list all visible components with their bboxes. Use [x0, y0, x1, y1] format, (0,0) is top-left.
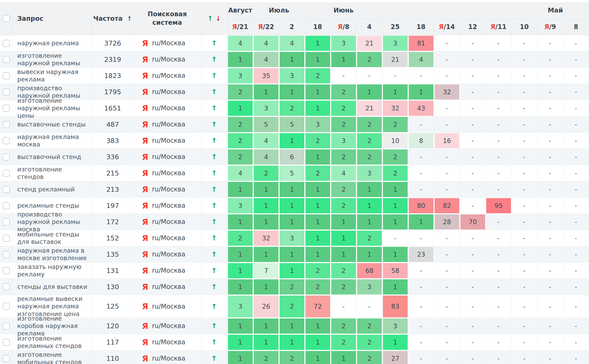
search-engine-cell: Яru/Москва: [133, 181, 201, 198]
query-text[interactable]: наружная реклама в москве изготовление: [17, 247, 88, 262]
row-checkbox[interactable]: [3, 322, 10, 330]
date-column-header[interactable]: 4: [357, 19, 382, 35]
position-cell: 80: [408, 198, 434, 214]
row-checkbox[interactable]: [3, 303, 10, 310]
query-text[interactable]: выставочный стенд: [17, 153, 81, 161]
search-engine-cell: Яru/Москва: [133, 214, 201, 230]
query-text[interactable]: изготовление стендов: [17, 166, 88, 181]
row-checkbox[interactable]: [3, 88, 10, 96]
position-cell: -: [434, 149, 460, 165]
row-checkbox[interactable]: [3, 283, 10, 291]
position-cell: -: [434, 246, 460, 263]
query-cell: выставочные стенды: [13, 116, 92, 133]
date-column-header[interactable]: 12: [460, 19, 486, 35]
query-text[interactable]: стенды для выставки: [17, 283, 87, 291]
row-checkbox[interactable]: [3, 170, 10, 177]
position-cell: 1: [382, 214, 408, 230]
position-cell: -: [460, 165, 486, 181]
yandex-icon: Я: [142, 218, 148, 226]
no-position-dash: -: [549, 121, 551, 128]
date-column-header[interactable]: 2: [279, 19, 305, 35]
yandex-update-icon: Я: [544, 23, 549, 31]
row-checkbox[interactable]: [3, 355, 10, 362]
position-cell: -: [460, 295, 486, 318]
row-checkbox-cell: [0, 165, 13, 181]
date-column-header[interactable]: Я/14: [434, 19, 460, 35]
no-position-dash: -: [497, 303, 500, 310]
date-column-header[interactable]: 8: [563, 19, 589, 35]
position-cell: 1: [408, 84, 434, 100]
position-cell: 2: [382, 116, 408, 133]
date-column-header[interactable]: Я/21: [227, 19, 253, 35]
position-cell: -: [563, 68, 589, 84]
date-column-header[interactable]: 25: [382, 19, 408, 35]
row-checkbox[interactable]: [3, 202, 10, 209]
date-column-header[interactable]: Я/11: [486, 19, 512, 35]
row-checkbox[interactable]: [3, 40, 10, 47]
no-position-dash: -: [497, 137, 500, 144]
date-column-header[interactable]: Я/8: [331, 19, 357, 35]
row-checkbox[interactable]: [3, 218, 10, 226]
query-cell: стенд рекламный: [13, 181, 92, 198]
position-cell: -: [537, 116, 563, 133]
region-label: ru/Москва: [152, 338, 185, 346]
position-cell: -: [563, 279, 589, 295]
position-cell: -: [460, 35, 486, 51]
row-checkbox[interactable]: [3, 121, 10, 128]
query-text[interactable]: мобильные стенды для выставок: [17, 231, 88, 246]
row-checkbox[interactable]: [3, 235, 10, 242]
position-cell: 2: [357, 350, 382, 364]
region-label: ru/Москва: [152, 251, 185, 258]
trend-up-arrow: ↑: [201, 295, 227, 318]
query-text[interactable]: изготовление наружной рекламы цены: [17, 97, 88, 119]
query-text[interactable]: наружная реклама москва: [17, 133, 88, 148]
row-checkbox[interactable]: [3, 339, 10, 346]
no-position-dash: -: [446, 267, 448, 274]
row-checkbox[interactable]: [3, 186, 10, 193]
row-checkbox[interactable]: [3, 72, 10, 79]
query-text[interactable]: изготовление мобильных стендов: [17, 351, 88, 364]
position-cell: -: [537, 350, 563, 364]
query-text[interactable]: стенд рекламный: [17, 186, 75, 193]
column-header-frequency[interactable]: Частота ↑: [92, 2, 133, 35]
date-column-header[interactable]: Я/9: [537, 19, 563, 35]
position-cell: -: [434, 116, 460, 133]
query-text[interactable]: производство наружной рекламы москва: [17, 211, 88, 233]
position-cell: 2: [305, 68, 331, 84]
query-text[interactable]: выставочные стенды: [17, 121, 86, 128]
position-cell: -: [563, 84, 589, 100]
row-checkbox[interactable]: [3, 251, 10, 258]
row-checkbox[interactable]: [3, 105, 10, 112]
date-column-header[interactable]: 18: [408, 19, 434, 35]
column-header-trend[interactable]: ↑ ↓: [201, 2, 227, 35]
row-checkbox-cell: [0, 149, 13, 165]
date-column-header[interactable]: 10: [512, 19, 537, 35]
query-text[interactable]: изготовление рекламных стендов: [17, 335, 88, 350]
row-checkbox[interactable]: [3, 137, 10, 144]
row-checkbox[interactable]: [3, 267, 10, 274]
date-column-header[interactable]: 18: [305, 19, 331, 35]
no-position-dash: -: [523, 56, 525, 63]
region-label: ru/Москва: [152, 137, 185, 144]
position-cell: 3: [357, 279, 382, 295]
position-cell: -: [331, 295, 357, 318]
no-position-dash: -: [549, 339, 551, 346]
no-position-dash: -: [575, 88, 577, 95]
query-text[interactable]: рекламные стенды: [17, 202, 79, 209]
no-position-dash: -: [497, 235, 500, 242]
query-text[interactable]: изготовление коробов наружная реклама: [17, 315, 88, 337]
column-header-query[interactable]: Запрос: [13, 2, 92, 35]
no-position-dash: -: [549, 303, 551, 310]
date-column-header[interactable]: Я/22: [253, 19, 279, 35]
select-all-checkbox[interactable]: [3, 15, 10, 22]
no-position-dash: -: [446, 170, 448, 177]
query-text[interactable]: рекламные вывески наружная реклама изгот…: [17, 295, 88, 317]
column-header-search-engine[interactable]: Поисковая система: [133, 2, 201, 35]
query-text[interactable]: заказать наружную рекламу: [17, 263, 88, 278]
query-text[interactable]: изготовление наружной рекламы: [17, 52, 88, 67]
row-checkbox[interactable]: [3, 153, 10, 161]
no-position-dash: -: [523, 88, 525, 95]
row-checkbox[interactable]: [3, 56, 10, 63]
query-text[interactable]: наружная реклама: [17, 39, 79, 47]
query-text[interactable]: вывески наружная реклама: [17, 68, 88, 83]
